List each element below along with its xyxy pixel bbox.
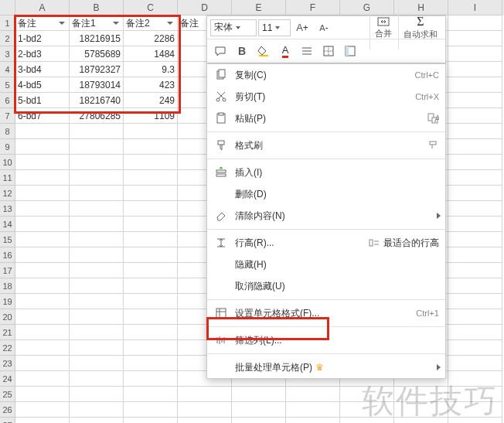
row-header[interactable]: 8 xyxy=(0,124,15,139)
brush-small-icon[interactable] xyxy=(427,139,439,152)
cell[interactable] xyxy=(448,93,502,108)
cell[interactable] xyxy=(15,309,70,325)
menu-row-height[interactable]: 行高(R)... 最适合的行高 xyxy=(207,232,445,254)
cell[interactable] xyxy=(232,387,286,402)
cell[interactable]: 6-bd7 xyxy=(15,108,70,124)
menu-hide[interactable]: 隐藏(H) xyxy=(207,254,445,275)
cell[interactable] xyxy=(124,371,178,387)
cell[interactable] xyxy=(448,217,502,232)
col-E[interactable]: E xyxy=(232,0,286,15)
col-B[interactable]: B xyxy=(70,0,124,15)
row-header[interactable]: 4 xyxy=(0,62,15,77)
cell[interactable] xyxy=(70,217,124,232)
cell[interactable] xyxy=(448,418,502,423)
row-header[interactable]: 17 xyxy=(0,263,15,278)
row-header[interactable]: 12 xyxy=(0,186,15,201)
cell[interactable] xyxy=(15,186,70,201)
cell[interactable] xyxy=(394,387,448,402)
paste-special-icon[interactable]: A xyxy=(427,112,439,125)
cell[interactable] xyxy=(448,46,502,62)
cell[interactable] xyxy=(70,294,124,309)
cell[interactable] xyxy=(70,325,124,340)
cell[interactable] xyxy=(340,387,394,402)
cell[interactable]: 备注1 xyxy=(70,15,124,31)
row-header[interactable]: 14 xyxy=(0,217,15,232)
cell[interactable]: 27806285 xyxy=(70,108,124,124)
cell[interactable] xyxy=(124,232,178,247)
row-header[interactable]: 9 xyxy=(0,139,15,155)
row-header[interactable]: 24 xyxy=(0,371,15,387)
cell[interactable]: 1109 xyxy=(124,108,178,124)
cell[interactable] xyxy=(448,62,502,77)
cell[interactable] xyxy=(448,340,502,356)
cell[interactable] xyxy=(15,387,70,402)
cell[interactable]: 1-bd2 xyxy=(15,31,70,46)
cell[interactable] xyxy=(70,170,124,186)
cell[interactable] xyxy=(232,418,286,423)
cell[interactable] xyxy=(448,387,502,402)
menu-copy[interactable]: 复制(C) Ctrl+C xyxy=(207,64,445,86)
menu-clear[interactable]: 清除内容(N) xyxy=(207,205,445,227)
col-I[interactable]: I xyxy=(448,0,502,15)
cell[interactable] xyxy=(286,418,340,423)
col-D[interactable]: D xyxy=(178,0,232,15)
cell[interactable] xyxy=(124,356,178,371)
cell[interactable] xyxy=(70,278,124,294)
cell[interactable] xyxy=(70,418,124,423)
menu-format-painter[interactable]: 格式刷 xyxy=(207,135,445,156)
filter-dropdown-icon[interactable] xyxy=(59,22,65,25)
cell[interactable] xyxy=(448,294,502,309)
menu-insert[interactable]: 插入(I) xyxy=(207,162,445,183)
row-header[interactable]: 13 xyxy=(0,201,15,217)
row-header[interactable]: 7 xyxy=(0,108,15,124)
cell[interactable] xyxy=(70,263,124,278)
row-header[interactable]: 20 xyxy=(0,309,15,325)
row-header[interactable]: 5 xyxy=(0,77,15,93)
cell[interactable] xyxy=(124,325,178,340)
cell[interactable] xyxy=(448,186,502,201)
cell[interactable] xyxy=(70,371,124,387)
row-header[interactable]: 23 xyxy=(0,356,15,371)
cell[interactable] xyxy=(70,387,124,402)
cell[interactable] xyxy=(448,155,502,170)
border-button[interactable] xyxy=(318,41,339,61)
cell[interactable] xyxy=(124,201,178,217)
filter-dropdown-icon[interactable] xyxy=(113,22,119,25)
cell[interactable] xyxy=(340,402,394,418)
row-header[interactable]: 15 xyxy=(0,232,15,247)
cell[interactable] xyxy=(448,263,502,278)
cell[interactable] xyxy=(70,155,124,170)
font-select[interactable]: 宋体 xyxy=(210,19,257,36)
row-header[interactable]: 6 xyxy=(0,93,15,108)
cell[interactable] xyxy=(448,139,502,155)
increase-font-button[interactable]: A+ xyxy=(292,18,312,38)
cell[interactable] xyxy=(15,278,70,294)
cell[interactable]: 1484 xyxy=(124,46,178,62)
cell[interactable] xyxy=(448,371,502,387)
autofit-icon[interactable]: 最适合的行高 xyxy=(368,237,439,249)
cell[interactable] xyxy=(70,201,124,217)
cell[interactable] xyxy=(124,186,178,201)
cell[interactable] xyxy=(178,387,232,402)
row-header[interactable]: 27 xyxy=(0,418,15,423)
cell[interactable] xyxy=(70,309,124,325)
cell[interactable]: 2286 xyxy=(124,31,178,46)
cell[interactable] xyxy=(394,402,448,418)
cell[interactable] xyxy=(15,201,70,217)
cell[interactable] xyxy=(70,232,124,247)
cell[interactable] xyxy=(124,278,178,294)
row-header[interactable]: 26 xyxy=(0,402,15,418)
filter-dropdown-icon[interactable] xyxy=(167,22,173,25)
cell[interactable] xyxy=(124,309,178,325)
cell[interactable] xyxy=(70,340,124,356)
cell[interactable] xyxy=(448,77,502,93)
cell[interactable] xyxy=(394,418,448,423)
cell[interactable]: 4-bd5 xyxy=(15,77,70,93)
menu-filter[interactable]: 筛选列(L)... xyxy=(207,329,445,351)
col-C[interactable]: C xyxy=(124,0,178,15)
cell[interactable]: 5785689 xyxy=(70,46,124,62)
cell[interactable] xyxy=(124,263,178,278)
cell[interactable] xyxy=(124,418,178,423)
cell[interactable] xyxy=(124,387,178,402)
cell[interactable]: 9.3 xyxy=(124,62,178,77)
